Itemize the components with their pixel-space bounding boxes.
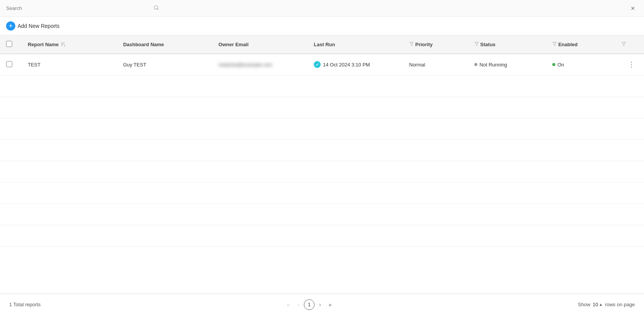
table-header-row: Report Name D <box>0 36 644 54</box>
total-reports-label: 1 Total reports <box>9 302 41 307</box>
row-checkbox-cell <box>0 54 22 75</box>
table-row-empty-2 <box>0 97 644 118</box>
last-page-button[interactable]: » <box>326 300 335 309</box>
table-row-empty-7 <box>0 204 644 225</box>
table-row-empty-8 <box>0 225 644 246</box>
reports-table: Report Name D <box>0 36 644 247</box>
enabled-filter-icon[interactable] <box>552 42 557 47</box>
row-status: Not Running <box>468 54 546 75</box>
row-actions-cell: ⋮ <box>615 54 644 75</box>
svg-marker-7 <box>553 42 556 46</box>
first-page-button[interactable]: « <box>284 300 293 309</box>
last-run-time: 14 Oct 2024 3:10 PM <box>323 62 370 68</box>
close-button[interactable]: × <box>628 3 638 13</box>
header-checkbox-cell <box>0 36 22 54</box>
chevron-up-icon: ▲ <box>599 302 603 307</box>
actions-filter-icon[interactable] <box>621 42 626 47</box>
enabled-dot <box>552 63 555 66</box>
row-enabled: On <box>546 54 615 75</box>
search-input[interactable] <box>6 5 151 11</box>
last-run-success-icon <box>314 61 321 68</box>
rows-per-page: Show 10 ▲ rows on page <box>578 302 635 307</box>
add-new-reports-button[interactable]: + Add New Reports <box>6 21 60 31</box>
priority-filter-icon[interactable] <box>409 42 414 47</box>
header-status: Status <box>468 36 546 54</box>
more-menu-button[interactable]: ⋮ <box>625 59 638 70</box>
toolbar: + Add New Reports <box>0 17 644 36</box>
row-owner-email: redacted@example.com <box>213 54 308 75</box>
row-report-name: TEST <box>22 54 117 75</box>
next-page-button[interactable]: › <box>316 300 324 309</box>
sort-icon[interactable] <box>60 42 66 48</box>
search-icon <box>154 5 159 11</box>
table-row: TEST Guy TEST redacted@example.com <box>0 54 644 75</box>
header-actions <box>615 36 644 54</box>
add-circle-icon: + <box>6 21 15 31</box>
row-priority: Normal <box>403 54 468 75</box>
search-bar: × <box>0 0 644 17</box>
status-filter-icon[interactable] <box>474 42 479 47</box>
svg-line-1 <box>157 9 159 10</box>
header-priority: Priority <box>403 36 468 54</box>
table-container: Report Name D <box>0 36 644 294</box>
status-label: Not Running <box>480 62 507 68</box>
svg-marker-5 <box>410 42 414 46</box>
status-dot <box>474 63 477 66</box>
select-all-checkbox[interactable] <box>6 41 12 47</box>
prev-page-button[interactable]: ‹ <box>294 300 302 309</box>
enabled-label: On <box>558 62 564 68</box>
add-new-reports-label: Add New Reports <box>18 23 60 29</box>
svg-marker-6 <box>475 42 479 46</box>
search-wrapper <box>6 5 159 11</box>
pagination: « ‹ 1 › » <box>284 299 335 310</box>
table-row-empty-3 <box>0 118 644 139</box>
footer: 1 Total reports « ‹ 1 › » Show 10 ▲ rows… <box>0 294 644 315</box>
show-label: Show <box>578 302 590 307</box>
row-last-run: 14 Oct 2024 3:10 PM <box>308 54 403 75</box>
header-enabled: Enabled <box>546 36 615 54</box>
rows-suffix: rows on page <box>605 302 635 307</box>
owner-email-blurred: redacted@example.com <box>219 62 273 68</box>
row-checkbox[interactable] <box>6 61 12 67</box>
table-row-empty-6 <box>0 182 644 204</box>
table-row-empty-4 <box>0 139 644 161</box>
header-last-run: Last Run <box>308 36 403 54</box>
app-container: × + Add New Reports Report Name <box>0 0 644 315</box>
row-dashboard-name: Guy TEST <box>117 54 212 75</box>
table-row-empty-5 <box>0 161 644 182</box>
header-dashboard-name: Dashboard Name <box>117 36 212 54</box>
header-owner-email: Owner Email <box>213 36 308 54</box>
rows-select[interactable]: 10 ▲ <box>593 302 603 307</box>
page-1-button[interactable]: 1 <box>304 299 315 310</box>
table-row-empty-1 <box>0 75 644 97</box>
svg-marker-8 <box>622 42 626 46</box>
rows-num: 10 <box>593 302 598 307</box>
header-report-name: Report Name <box>22 36 117 54</box>
